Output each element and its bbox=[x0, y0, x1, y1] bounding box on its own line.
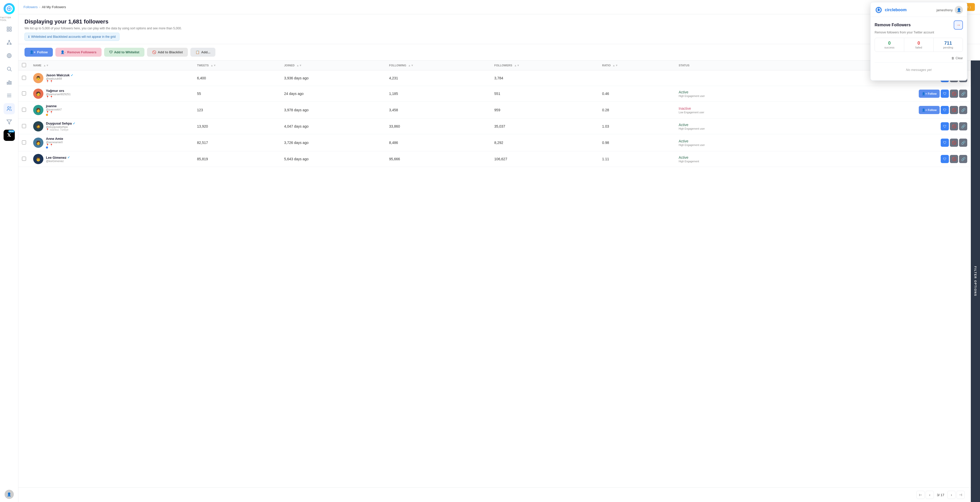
row-follow-button[interactable]: 👤+ Follow bbox=[919, 106, 940, 114]
cell-tweets: 55 bbox=[193, 86, 280, 102]
row-shield-button[interactable]: 🛡 bbox=[941, 122, 949, 130]
follow-button[interactable]: 👤+ Follow bbox=[24, 48, 53, 57]
breadcrumb: Followers › All My Followers bbox=[24, 5, 66, 9]
user-location: 📍 📍 bbox=[46, 80, 73, 83]
svg-marker-29 bbox=[6, 120, 11, 124]
export-token: ( bbox=[933, 6, 934, 9]
svg-rect-8 bbox=[7, 30, 8, 31]
cell-name: 👨 Jason Walczuk ✓ @walczuk68 📍 📍 bbox=[30, 70, 193, 86]
breadcrumb-separator: › bbox=[39, 5, 40, 9]
cell-following: 1,185 bbox=[386, 86, 491, 102]
followers-table: NAME ▲▼ TWEETS ▲▼ JOINED ▲▼ FOLLOWING ▲▼… bbox=[18, 60, 971, 167]
row-checkbox[interactable] bbox=[22, 140, 26, 145]
cell-following: 4,231 bbox=[386, 70, 491, 86]
user-handle: @walczuk68 bbox=[46, 77, 73, 80]
export-button[interactable]: 📤 EXPORT (Remaining token: 101,593) bbox=[908, 3, 975, 11]
user-name: Yağmur ors bbox=[46, 89, 71, 93]
row-actions: 🛡 🚫 🔗 bbox=[789, 74, 967, 82]
row-block-button[interactable]: 🚫 bbox=[950, 122, 958, 130]
row-link-button[interactable]: 🔗 bbox=[959, 90, 967, 98]
cell-joined: 3,978 days ago bbox=[280, 102, 385, 119]
app-logo bbox=[3, 3, 15, 14]
sidebar-item-analytics[interactable] bbox=[3, 76, 15, 88]
filter-options-sidebar[interactable]: FILTER OPTIONS bbox=[971, 60, 980, 502]
row-block-button[interactable]: 🚫 bbox=[950, 155, 958, 163]
main-area: Followers › All My Followers 📤 EXPORT (R… bbox=[18, 0, 980, 502]
user-avatar-cell: 👨 bbox=[33, 73, 43, 83]
select-all-checkbox[interactable] bbox=[22, 63, 26, 67]
engagement-label: High Engagement bbox=[679, 160, 782, 163]
whitelist-button[interactable]: 🛡 Add to Whitelist bbox=[104, 48, 145, 57]
topbar: Followers › All My Followers 📤 EXPORT (R… bbox=[18, 0, 980, 14]
user-location: 📍 📍 bbox=[46, 144, 63, 146]
sidebar-item-x[interactable]: 𝕏 NEW bbox=[3, 130, 15, 141]
row-link-button[interactable]: 🔗 bbox=[959, 74, 967, 82]
sidebar-item-filter[interactable] bbox=[3, 116, 15, 128]
row-link-button[interactable]: 🔗 bbox=[959, 155, 967, 163]
row-checkbox[interactable] bbox=[22, 124, 26, 128]
user-avatar[interactable]: 👤 bbox=[5, 490, 14, 499]
row-link-button[interactable]: 🔗 bbox=[959, 122, 967, 130]
row-shield-button[interactable]: 🛡 bbox=[941, 74, 949, 82]
col-status[interactable]: STATUS bbox=[675, 60, 786, 70]
row-shield-button[interactable]: 🛡 bbox=[941, 106, 949, 114]
row-block-button[interactable]: 🚫 bbox=[950, 90, 958, 98]
user-avatar-cell: 👨 bbox=[33, 154, 43, 164]
row-checkbox[interactable] bbox=[22, 157, 26, 161]
row-link-button[interactable]: 🔗 bbox=[959, 106, 967, 114]
cell-tweets: 123 bbox=[193, 102, 280, 119]
row-block-button[interactable]: 🚫 bbox=[950, 138, 958, 147]
cell-actions: 👤+ Follow 🛡 🚫 🔗 bbox=[786, 102, 971, 119]
row-link-button[interactable]: 🔗 bbox=[959, 138, 967, 147]
col-following[interactable]: FOLLOWING ▲▼ bbox=[386, 60, 491, 70]
user-cell: 🧑 Yağmur ors @yamursert829251 📍 📍 bbox=[33, 89, 190, 99]
sidebar-item-target[interactable] bbox=[3, 50, 15, 61]
row-checkbox[interactable] bbox=[22, 76, 26, 80]
sidebar-item-network[interactable] bbox=[3, 37, 15, 48]
cell-ratio: 1.03 bbox=[598, 119, 675, 134]
row-block-button[interactable]: 🚫 bbox=[950, 106, 958, 114]
cell-followers: 35,037 bbox=[491, 119, 598, 134]
row-block-button[interactable]: 🚫 bbox=[950, 74, 958, 82]
sidebar-item-search[interactable] bbox=[3, 63, 15, 75]
row-shield-button[interactable]: 🛡 bbox=[941, 155, 949, 163]
info-icon: ℹ bbox=[28, 35, 30, 38]
sidebar: Twitter Tool 𝕏 NEW 👤 bbox=[0, 0, 18, 502]
row-checkbox[interactable] bbox=[22, 108, 26, 112]
cell-joined: 3,936 days ago bbox=[280, 70, 385, 86]
cell-followers: 8,292 bbox=[491, 134, 598, 151]
user-avatar-cell: 👩 bbox=[33, 138, 43, 148]
follow-label: Follow bbox=[37, 50, 48, 54]
cell-ratio bbox=[598, 70, 675, 86]
status-badge: Active bbox=[679, 139, 782, 143]
more-button[interactable]: 📋 Add... bbox=[190, 48, 215, 57]
row-shield-button[interactable]: 🛡 bbox=[941, 90, 949, 98]
sidebar-item-users[interactable] bbox=[3, 103, 15, 114]
user-avatar-cell: 🧔 bbox=[33, 121, 43, 132]
col-ratio[interactable]: RATIO ▲▼ bbox=[598, 60, 675, 70]
cell-name: 👨 Lee Gimenez ✓ @leeGimenez bbox=[30, 151, 193, 167]
row-shield-button[interactable]: 🛡 bbox=[941, 138, 949, 147]
col-followers[interactable]: FOLLOWERS ▲▼ bbox=[491, 60, 598, 70]
col-name[interactable]: NAME ▲▼ bbox=[30, 60, 193, 70]
table-row: 👨 Lee Gimenez ✓ @leeGimenez 85,819 5,643… bbox=[18, 151, 971, 167]
row-actions: 👤+ Follow 🛡 🚫 🔗 bbox=[789, 90, 967, 98]
first-page-button[interactable]: ⊢ bbox=[916, 491, 924, 499]
sidebar-item-lists[interactable] bbox=[3, 90, 15, 101]
prev-page-button[interactable]: ‹ bbox=[926, 491, 934, 499]
breadcrumb-parent[interactable]: Followers bbox=[24, 5, 38, 9]
svg-line-14 bbox=[9, 41, 11, 43]
row-follow-button[interactable]: 👤+ Follow bbox=[919, 90, 940, 98]
cell-status bbox=[675, 70, 786, 86]
sidebar-item-dashboard[interactable] bbox=[3, 24, 15, 35]
remove-followers-button[interactable]: 👤- Remove Followers bbox=[56, 48, 102, 57]
col-tweets[interactable]: TWEETS ▲▼ bbox=[193, 60, 280, 70]
last-page-button[interactable]: ⊣ bbox=[956, 491, 965, 499]
blacklist-button[interactable]: 🚫 Add to Blacklist bbox=[147, 48, 188, 57]
row-checkbox[interactable] bbox=[22, 91, 26, 95]
svg-line-20 bbox=[10, 70, 11, 71]
cell-checkbox bbox=[18, 134, 30, 151]
next-page-button[interactable]: › bbox=[947, 491, 956, 499]
col-joined[interactable]: JOINED ▲▼ bbox=[280, 60, 385, 70]
logo-icon bbox=[6, 6, 12, 11]
